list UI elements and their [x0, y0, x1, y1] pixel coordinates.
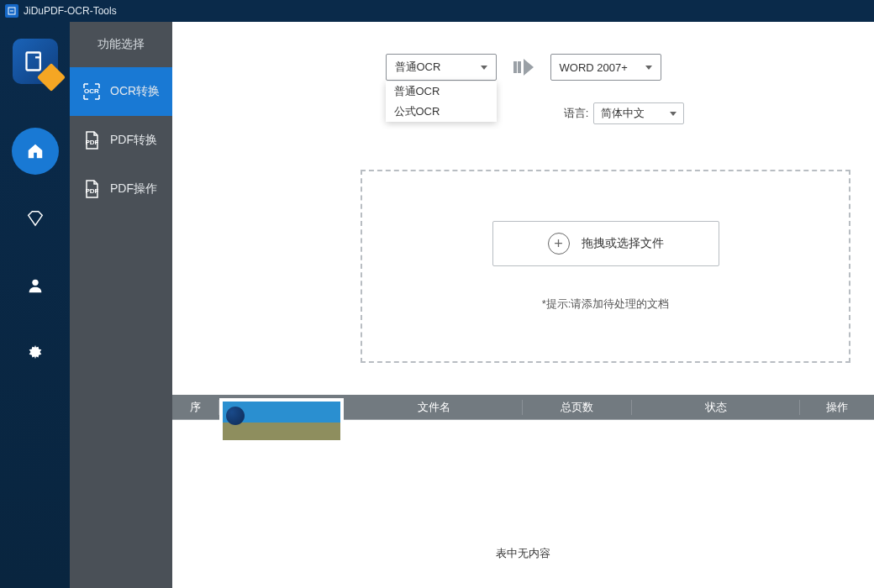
sidebar-title: 功能选择: [70, 22, 172, 67]
sidebar-item-pdfconv[interactable]: PDF PDF转换: [70, 116, 172, 165]
ocr-icon: OCR: [82, 81, 102, 102]
th-ops: 操作: [800, 400, 874, 415]
plus-icon: +: [548, 233, 570, 255]
source-format-dropdown: 普通OCR 公式OCR: [386, 81, 497, 122]
target-format-value: WORD 2007+: [560, 61, 628, 74]
language-label: 语言:: [564, 106, 589, 121]
nav-rail: [0, 22, 70, 588]
svg-text:OCR: OCR: [84, 87, 99, 95]
th-status: 状态: [632, 400, 800, 415]
chevron-down-icon: [481, 66, 487, 70]
pdf-ops-icon: PDF: [82, 179, 102, 199]
source-format-select[interactable]: 普通OCR 普通OCR 公式OCR: [386, 54, 497, 81]
thumbnail-image: [223, 402, 340, 440]
sidebar-item-label: OCR转换: [110, 84, 160, 99]
target-format-select[interactable]: WORD 2007+: [550, 54, 661, 81]
table-empty-message: 表中无内容: [172, 546, 874, 561]
app-title: JiDuPDF-OCR-Tools: [24, 5, 117, 17]
th-filename: 文件名: [345, 400, 523, 415]
svg-text:PDF: PDF: [86, 139, 99, 146]
rail-user[interactable]: [12, 262, 59, 309]
sidebar-item-label: PDF转换: [110, 133, 157, 148]
thumbnail-preview[interactable]: [219, 398, 344, 444]
svg-text:PDF: PDF: [86, 187, 99, 195]
language-value: 简体中文: [601, 106, 645, 121]
source-format-value: 普通OCR: [395, 60, 441, 75]
language-row: 语言: 简体中文: [172, 102, 874, 124]
th-pages: 总页数: [523, 400, 632, 415]
app-logo: [13, 39, 58, 84]
add-file-button[interactable]: + 拖拽或选择文件: [492, 221, 719, 266]
sidebar: 功能选择 OCR OCR转换 PDF PDF转换 PDF PDF操作: [70, 22, 172, 588]
sidebar-item-label: PDF操作: [110, 181, 157, 197]
rail-settings[interactable]: [12, 329, 59, 376]
rail-home[interactable]: [12, 128, 59, 175]
rail-diamond[interactable]: [12, 195, 59, 242]
language-select[interactable]: 简体中文: [593, 102, 684, 124]
sidebar-item-pdfops[interactable]: PDF PDF操作: [70, 165, 172, 213]
title-bar: JiDuPDF-OCR-Tools: [0, 0, 874, 22]
dropdown-option[interactable]: 公式OCR: [386, 102, 497, 122]
file-dropzone[interactable]: + 拖拽或选择文件 *提示:请添加待处理的文档: [361, 170, 850, 363]
app-icon: [5, 4, 18, 18]
conversion-controls: 普通OCR 普通OCR 公式OCR WORD 2007+: [172, 54, 874, 81]
main-panel: 普通OCR 普通OCR 公式OCR WORD 2007+ 语言: 简体中文: [172, 22, 874, 588]
svg-rect-1: [26, 53, 39, 71]
th-index: 序: [172, 400, 219, 415]
add-file-label: 拖拽或选择文件: [582, 236, 664, 251]
svg-point-2: [32, 280, 38, 286]
file-table: 序 文件名 总页数 状态 操作 表中无内容: [172, 395, 874, 588]
chevron-down-icon: [670, 112, 677, 116]
dropzone-hint: *提示:请添加待处理的文档: [542, 297, 670, 312]
chevron-down-icon: [645, 66, 652, 70]
pdf-icon: PDF: [82, 130, 102, 150]
sidebar-item-ocr[interactable]: OCR OCR转换: [70, 67, 172, 116]
dropdown-option[interactable]: 普通OCR: [386, 81, 497, 102]
convert-arrow-icon: [513, 59, 534, 76]
